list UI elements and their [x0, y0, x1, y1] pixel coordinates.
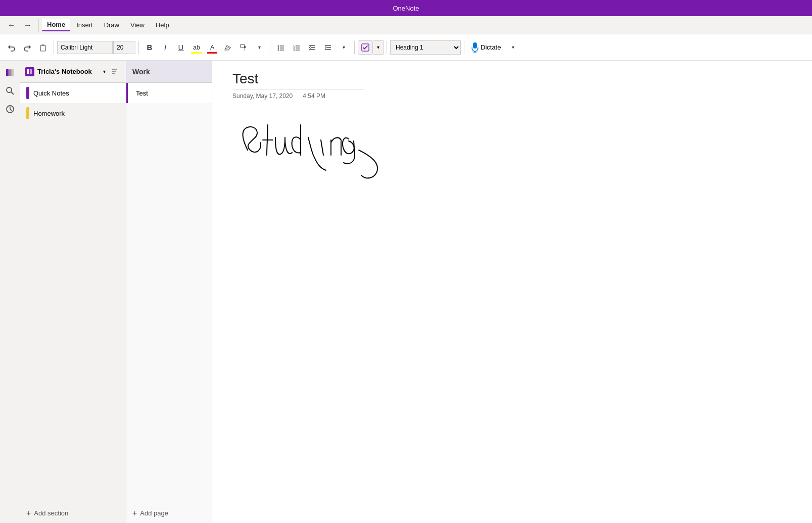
notebook-panel: Tricia's Notebook ▾ Quick Notes Homework… — [20, 61, 126, 523]
dictate-group: Dictate ▾ — [467, 40, 520, 55]
notebook-dropdown-icon[interactable]: ▾ — [103, 69, 106, 74]
page-time: 4:54 PM — [303, 92, 325, 100]
menubar: ← → Home Insert Draw View Help — [0, 16, 812, 34]
add-page-icon: + — [132, 509, 137, 518]
svg-rect-3 — [241, 44, 245, 47]
add-section-label: Add section — [34, 509, 68, 517]
todo-dropdown[interactable]: ▾ — [373, 40, 384, 55]
font-name-input[interactable] — [57, 41, 113, 54]
sidebar-history-btn[interactable] — [2, 101, 18, 117]
svg-rect-33 — [30, 69, 32, 74]
svg-rect-28 — [12, 69, 14, 76]
section-color-quick-notes — [26, 87, 29, 99]
mic-icon — [471, 42, 479, 53]
section-item-quick-notes[interactable]: Quick Notes — [20, 83, 126, 103]
notebook-icon — [25, 67, 34, 76]
page-item-test[interactable]: Test — [126, 83, 212, 103]
redo-button[interactable] — [20, 40, 35, 55]
underline-button[interactable]: U — [173, 40, 188, 55]
notebook-header: Tricia's Notebook ▾ — [20, 61, 126, 83]
section-color-homework — [26, 107, 29, 119]
sep3 — [270, 41, 270, 54]
bold-button[interactable]: B — [142, 40, 157, 55]
section-label-homework: Homework — [33, 110, 65, 117]
sep5 — [387, 41, 387, 54]
svg-line-30 — [11, 92, 14, 94]
toolbar: B I U ab A ▾ 1.2.3. ▾ — [0, 34, 812, 61]
pages-panel: Work Test + Add page — [126, 61, 212, 523]
sep1 — [54, 41, 54, 54]
dictate-button[interactable]: Dictate — [467, 40, 505, 55]
sep4 — [354, 41, 355, 54]
svg-rect-32 — [27, 69, 29, 74]
heading-group: Heading 1 Heading 2 Heading 3 Normal — [390, 40, 461, 55]
menu-view[interactable]: View — [125, 19, 150, 31]
svg-point-6 — [278, 47, 279, 49]
numbering-button[interactable]: 1.2.3. — [289, 40, 304, 55]
history-group — [4, 40, 51, 55]
undo-button[interactable] — [4, 40, 19, 55]
page-list: Test — [126, 83, 212, 503]
todo-button[interactable] — [358, 40, 373, 55]
sort-button[interactable] — [109, 66, 121, 78]
highlight-button[interactable]: ab — [189, 40, 204, 55]
svg-rect-26 — [6, 69, 9, 76]
italic-button[interactable]: I — [158, 40, 173, 55]
dictate-more-button[interactable]: ▾ — [505, 40, 520, 55]
todo-group: ▾ — [358, 40, 384, 55]
list-more-button[interactable]: ▾ — [336, 40, 351, 55]
sep2 — [138, 41, 139, 54]
forward-button[interactable]: → — [20, 18, 35, 33]
add-page-label: Add page — [140, 509, 168, 517]
add-section-button[interactable]: + Add section — [20, 503, 126, 523]
handwriting-area — [232, 110, 792, 211]
svg-rect-23 — [473, 42, 477, 49]
svg-line-2 — [226, 47, 229, 49]
main-container: Tricia's Notebook ▾ Quick Notes Homework… — [0, 61, 812, 523]
outdent-button[interactable] — [305, 40, 320, 55]
font-size-input[interactable] — [113, 41, 135, 54]
page-meta: Sunday, May 17, 2020 4:54 PM — [232, 92, 792, 100]
sidebar-search-btn[interactable] — [2, 83, 18, 99]
todo-icon — [361, 43, 369, 52]
bullets-button[interactable] — [273, 40, 289, 55]
eraser-button[interactable] — [220, 40, 235, 55]
svg-rect-1 — [41, 44, 44, 46]
section-header: Work — [126, 61, 212, 83]
page-title: Test — [232, 71, 792, 87]
icon-sidebar — [0, 61, 20, 523]
section-header-title: Work — [132, 68, 150, 76]
handwriting-svg — [232, 110, 435, 211]
format-group: B I U ab A ▾ — [142, 40, 267, 55]
sep6 — [464, 41, 464, 54]
page-label-test: Test — [136, 89, 148, 97]
menu-home[interactable]: Home — [42, 19, 70, 31]
notebook-title: Tricia's Notebook — [37, 68, 100, 75]
app-title: OneNote — [393, 5, 419, 12]
section-list: Quick Notes Homework — [20, 83, 126, 503]
indent-button[interactable] — [320, 40, 336, 55]
separator — [38, 19, 39, 32]
back-button[interactable]: ← — [4, 18, 19, 33]
svg-rect-27 — [9, 69, 12, 76]
add-section-icon: + — [26, 509, 31, 518]
svg-point-8 — [278, 49, 279, 51]
content-area[interactable]: Test Sunday, May 17, 2020 4:54 PM — [212, 61, 812, 523]
format-painter-button[interactable] — [236, 40, 251, 55]
svg-point-4 — [278, 45, 279, 46]
section-label-quick-notes: Quick Notes — [33, 89, 69, 97]
clipboard-button[interactable] — [35, 40, 51, 55]
menu-insert[interactable]: Insert — [71, 19, 98, 31]
heading-select[interactable]: Heading 1 Heading 2 Heading 3 Normal — [390, 40, 461, 55]
sidebar-notebooks-btn[interactable] — [2, 65, 18, 81]
svg-point-29 — [7, 87, 12, 92]
list-group: 1.2.3. ▾ — [273, 40, 351, 55]
page-title-line — [232, 89, 364, 89]
menu-help[interactable]: Help — [151, 19, 174, 31]
section-item-homework[interactable]: Homework — [20, 103, 126, 123]
font-color-button[interactable]: A — [205, 40, 220, 55]
menu-draw[interactable]: Draw — [99, 19, 124, 31]
format-more-button[interactable]: ▾ — [252, 40, 267, 55]
svg-rect-0 — [40, 45, 45, 51]
add-page-button[interactable]: + Add page — [126, 503, 212, 523]
